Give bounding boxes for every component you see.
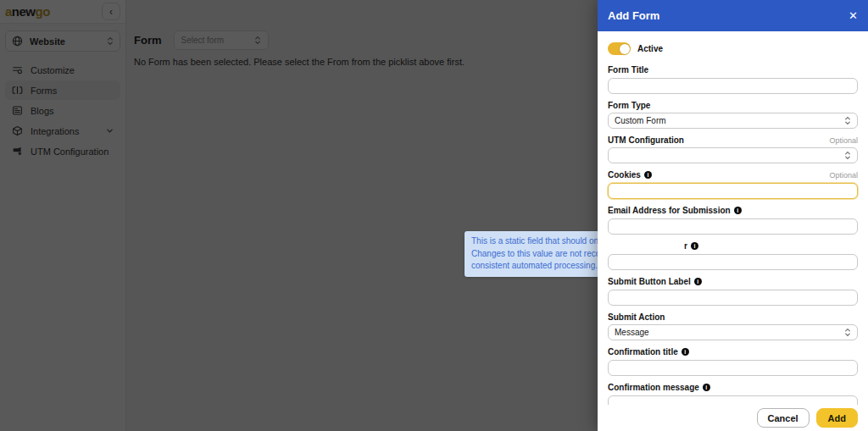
field-confirmation-title: Confirmation title i (608, 347, 858, 376)
select-chevrons-icon (844, 328, 851, 337)
field-utm-configuration: UTM Configuration Optional (608, 135, 858, 163)
form-title-label: Form Title (608, 65, 648, 75)
email-address-label: Email Address for Submission (608, 206, 731, 215)
static-identifier-input[interactable] (608, 254, 858, 270)
info-icon[interactable]: i (703, 384, 710, 391)
utm-configuration-label: UTM Configuration (608, 135, 684, 145)
field-submit-button-label: Submit Button Label i (608, 277, 858, 306)
cookies-label: Cookies (608, 170, 641, 180)
form-type-select[interactable]: Custom Form (608, 113, 858, 129)
field-form-type: Form Type Custom Form (608, 101, 858, 129)
confirmation-title-label: Confirmation title (608, 347, 678, 356)
form-type-value: Custom Form (615, 116, 666, 125)
cancel-button[interactable]: Cancel (757, 408, 810, 428)
optional-badge: Optional (829, 136, 858, 145)
optional-badge: Optional (829, 171, 858, 180)
submit-action-select[interactable]: Message (608, 324, 858, 340)
toggle-knob (620, 44, 630, 54)
utm-configuration-select[interactable] (608, 147, 858, 163)
field-submit-action: Submit Action Message (608, 312, 858, 340)
select-chevrons-icon (844, 116, 851, 125)
modal-footer: Cancel Add (598, 405, 868, 431)
info-icon[interactable]: i (644, 171, 652, 179)
submit-button-label-label: Submit Button Label (608, 277, 691, 286)
static-identifier-label-fragment: r (684, 241, 687, 251)
field-email-address: Email Address for Submission i (608, 206, 858, 235)
field-static-identifier: r i (608, 241, 858, 270)
info-icon[interactable]: i (682, 348, 689, 356)
info-icon[interactable]: i (691, 242, 698, 250)
confirmation-title-input[interactable] (608, 360, 858, 376)
modal-title: Add Form (608, 9, 659, 22)
info-icon[interactable]: i (734, 207, 742, 214)
close-icon[interactable]: ✕ (849, 10, 858, 21)
select-chevrons-icon (844, 151, 851, 160)
cookies-input[interactable] (608, 183, 858, 199)
info-icon[interactable]: i (694, 278, 702, 285)
add-form-modal: Add Form ✕ Active Form Title Form Type C… (598, 0, 868, 431)
field-cookies: Cookies i Optional (608, 170, 858, 199)
submit-action-value: Message (615, 328, 649, 337)
active-toggle[interactable] (608, 42, 631, 55)
add-button[interactable]: Add (816, 408, 858, 428)
form-title-input[interactable] (608, 78, 858, 94)
confirmation-message-label: Confirmation message (608, 383, 699, 392)
modal-header: Add Form ✕ (598, 0, 868, 31)
submit-button-label-input[interactable] (608, 290, 858, 306)
active-toggle-label: Active (637, 44, 663, 53)
form-type-label: Form Type (608, 101, 650, 110)
modal-body: Active Form Title Form Type Custom Form (598, 31, 868, 431)
email-address-input[interactable] (608, 218, 858, 235)
submit-action-label: Submit Action (608, 312, 665, 322)
field-form-title: Form Title (608, 65, 858, 94)
